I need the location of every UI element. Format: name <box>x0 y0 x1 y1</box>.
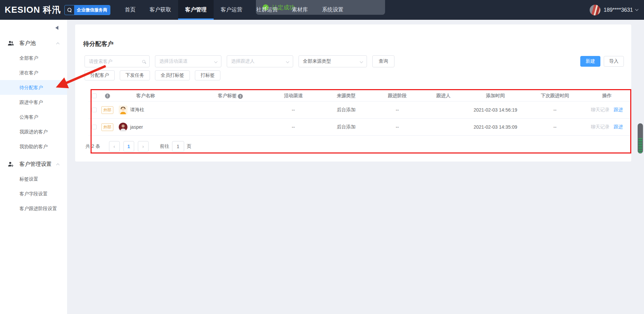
table-row: 外部 jasper -- 后台添加 -- 2021-02-03 14:35:09… <box>89 119 631 136</box>
customer-type-badge: 外部 <box>101 106 113 114</box>
create-button[interactable]: 新建 <box>580 56 600 67</box>
sidebar-item-potential-customers[interactable]: 潜在客户 <box>0 65 67 80</box>
chevron-down-icon <box>214 60 218 63</box>
customer-search-input-wrap <box>85 55 150 67</box>
info-icon: ! <box>105 93 110 99</box>
follow-link[interactable]: 跟进 <box>614 107 623 113</box>
chevron-down-icon <box>360 60 363 63</box>
col-activity-channel: 活动渠道 <box>266 93 321 99</box>
import-button[interactable]: 导入 <box>604 56 624 67</box>
col-customer-tags: 客户标签 ! <box>195 93 266 99</box>
customer-name: 谭海柱 <box>130 107 144 113</box>
search-icon[interactable] <box>142 60 145 63</box>
user-avatar <box>590 5 600 15</box>
main-area: 待分配客户 选择活动渠道 选择跟进人 全部来源类型 查询 新建 导入 <box>67 20 644 314</box>
sidebar-group-label: 客户池 <box>19 40 57 47</box>
nav-item-customer-manage[interactable]: 客户管理 <box>178 0 214 20</box>
col-next-follow-time: 下次跟进时间 <box>527 93 583 99</box>
cell-source: 后台添加 <box>321 107 371 113</box>
table-row: 外部 谭海柱 -- 后台添加 -- 2021-02-03 14:56:19 --… <box>89 102 631 119</box>
cell-channel: -- <box>266 107 321 113</box>
sidebar-item-unassigned-customers[interactable]: 待分配客户 <box>0 80 67 95</box>
chat-record-link[interactable]: 聊天记录 <box>591 107 610 113</box>
customer-table: ! 客户名称 客户标签 ! 活动渠道 来源类型 跟进阶段 跟进人 添加时间 下次… <box>89 90 631 136</box>
filter-row: 选择活动渠道 选择跟进人 全部来源类型 查询 <box>85 55 394 67</box>
cell-added-time: 2021-02-03 14:35:09 <box>464 124 527 130</box>
cell-stage: -- <box>371 124 423 130</box>
bulk-actions-row: 分配客户 下发任务 全员打标签 打标签 <box>85 70 220 80</box>
col-operations: 操作 <box>583 93 631 99</box>
cell-stage: -- <box>371 107 423 113</box>
dispatch-task-button[interactable]: 下发任务 <box>120 70 150 80</box>
source-type-select[interactable]: 全部来源类型 <box>299 55 367 67</box>
goto-label: 前往 <box>160 143 169 149</box>
sidebar-item-all-customers[interactable]: 全部客户 <box>0 51 67 65</box>
sidebar-item-following-customers[interactable]: 跟进中客户 <box>0 95 67 110</box>
toolbar: 新建 导入 <box>580 56 624 67</box>
sidebar-group-customer-settings[interactable]: 客户管理设置 <box>0 157 67 172</box>
tag-button[interactable]: 打标签 <box>195 70 220 80</box>
row-checkbox[interactable] <box>92 108 97 112</box>
customer-settings-icon <box>8 161 14 167</box>
badge-label: 企业微信服务商 <box>74 5 110 15</box>
tag-all-button[interactable]: 全员打标签 <box>155 70 190 80</box>
sidebar-item-public-sea-customers[interactable]: 公海客户 <box>0 110 67 124</box>
content-card: 待分配客户 选择活动渠道 选择跟进人 全部来源类型 查询 新建 导入 <box>75 24 631 162</box>
sidebar-item-follow-stage-settings[interactable]: 客户跟进阶段设置 <box>0 201 67 216</box>
sidebar-item-my-assisted-customers[interactable]: 我协助的客户 <box>0 139 67 154</box>
prev-page-button[interactable]: ‹ <box>109 141 120 152</box>
main-nav: 首页 客户获取 客户管理 客户运营 社群运营 素材库 系统设置 <box>118 0 351 20</box>
select-all-checkbox[interactable] <box>92 93 97 98</box>
page-unit-label: 页 <box>187 143 192 149</box>
cell-source: 后台添加 <box>321 124 371 130</box>
customers-icon <box>8 40 14 46</box>
chevron-down-icon <box>286 60 289 63</box>
sidebar-item-my-followed-customers[interactable]: 我跟进的客户 <box>0 124 67 139</box>
cell-channel: -- <box>266 124 321 130</box>
chat-record-link[interactable]: 聊天记录 <box>591 124 610 130</box>
pagination: 共 2 条 ‹ 1 › 前往 页 <box>86 141 192 152</box>
nav-item-community-operate[interactable]: 社群运营 <box>249 0 285 20</box>
sidebar-item-customer-field-settings[interactable]: 客户字段设置 <box>0 186 67 201</box>
scrollbar-thumb[interactable] <box>638 123 643 153</box>
activity-channel-select[interactable]: 选择活动渠道 <box>155 55 221 67</box>
col-follow-stage: 跟进阶段 <box>371 93 423 99</box>
sidebar-collapse-row <box>0 20 67 36</box>
goto-page-input[interactable] <box>172 141 184 152</box>
chevron-down-icon <box>635 8 639 11</box>
query-button[interactable]: 查询 <box>372 55 394 67</box>
customer-search-input[interactable] <box>89 59 142 64</box>
customer-name: jasper <box>130 124 143 130</box>
collapse-sidebar-icon[interactable] <box>55 26 58 30</box>
assign-customer-button[interactable]: 分配客户 <box>85 70 115 80</box>
sidebar-group-label: 客户管理设置 <box>19 161 57 168</box>
row-checkbox[interactable] <box>92 125 97 129</box>
col-follower: 跟进人 <box>423 93 464 99</box>
page-number-button[interactable]: 1 <box>123 141 134 152</box>
sidebar-item-tag-settings[interactable]: 标签设置 <box>0 172 67 186</box>
sidebar-group-customer-pool[interactable]: 客户池 <box>0 36 67 51</box>
scrollbar-stripes <box>638 138 642 152</box>
info-icon: ! <box>238 94 243 99</box>
follow-link[interactable]: 跟进 <box>614 124 623 130</box>
page-title: 待分配客户 <box>83 40 113 48</box>
chevron-up-icon <box>56 42 60 46</box>
user-menu[interactable]: 189****3631 <box>590 5 644 15</box>
cell-next-time: -- <box>527 107 583 113</box>
customer-avatar <box>119 106 127 114</box>
cell-next-time: -- <box>527 124 583 130</box>
wechat-service-badge: 企业微信服务商 <box>64 5 110 15</box>
follower-select[interactable]: 选择跟进人 <box>227 55 293 67</box>
table-header: ! 客户名称 客户标签 ! 活动渠道 来源类型 跟进阶段 跟进人 添加时间 下次… <box>89 90 631 102</box>
nav-item-system-settings[interactable]: 系统设置 <box>315 0 351 20</box>
nav-item-material-library[interactable]: 素材库 <box>285 0 315 20</box>
nav-item-customer-acquire[interactable]: 客户获取 <box>143 0 178 20</box>
nav-item-home[interactable]: 首页 <box>118 0 143 20</box>
chat-bubble-icon <box>65 5 74 15</box>
col-added-time: 添加时间 <box>464 93 527 99</box>
next-page-button[interactable]: › <box>138 141 149 152</box>
user-phone: 189****3631 <box>604 7 633 13</box>
nav-item-customer-operate[interactable]: 客户运营 <box>214 0 249 20</box>
cell-added-time: 2021-02-03 14:56:19 <box>464 107 527 113</box>
col-source-type: 来源类型 <box>321 93 371 99</box>
